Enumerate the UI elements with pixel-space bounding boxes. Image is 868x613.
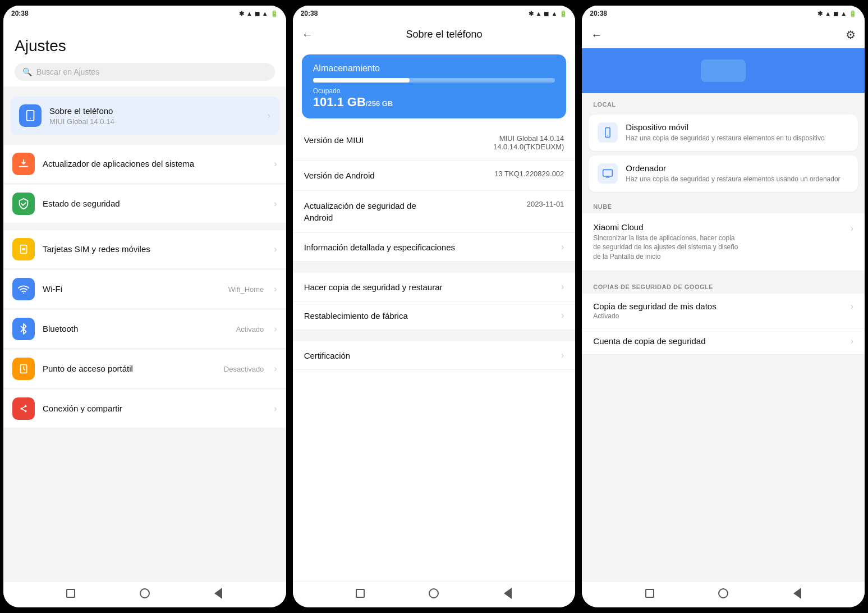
bluetooth-value: Activado <box>236 325 264 333</box>
search-bar[interactable]: 🔍 Buscar en Ajustes <box>15 63 275 81</box>
backup-mobile-device[interactable]: Dispositivo móvil Haz una copia de segur… <box>589 115 858 151</box>
nav-bar-2 <box>293 581 576 607</box>
settings-item-bluetooth[interactable]: Bluetooth Activado › <box>3 310 286 349</box>
storage-used-size: 101.1 GB/256 GB <box>313 95 393 109</box>
storage-used-label: Ocupado <box>313 87 555 95</box>
info-android-version: Versión de Android 13 TKQ1.220829.002 <box>293 161 576 191</box>
chevron-icon: › <box>274 324 277 334</box>
google-backup-sub: Activado <box>593 312 850 320</box>
chevron-icon: › <box>274 244 277 254</box>
signal2-icon: ◼ <box>255 10 260 17</box>
chevron-icon: › <box>561 282 564 292</box>
status-icons-2: ✱ ▲ ◼ ▲ 🔋 <box>529 10 568 17</box>
status-icons-3: ✱ ▲ ◼ ▲ 🔋 <box>818 10 857 17</box>
certification-link[interactable]: Certificación › <box>293 341 576 370</box>
time-2: 20:38 <box>301 10 318 17</box>
hotspot-icon <box>12 358 35 380</box>
security-update-value: 2023-11-01 <box>527 200 564 208</box>
wifi-label: Wi-Fi <box>43 283 221 295</box>
section-google-label: COPIAS DE SEGURIDAD DE GOOGLE <box>582 276 865 294</box>
svg-point-4 <box>23 292 24 294</box>
settings-header: Ajustes 🔍 Buscar en Ajustes <box>3 21 286 86</box>
backup-computer[interactable]: Ordenador Haz una copia de seguridad y r… <box>589 155 858 192</box>
wifi-icon: ▲ <box>841 10 847 17</box>
mobile-device-icon <box>598 122 618 143</box>
nav-square-1[interactable] <box>65 587 77 600</box>
phone1: 20:38 ✱ ▲ ◼ ▲ 🔋 Ajustes 🔍 Buscar en Ajus… <box>3 6 286 607</box>
svg-rect-0 <box>27 111 34 121</box>
chevron-icon: › <box>561 350 564 360</box>
nav-bar-3 <box>582 581 865 607</box>
backup-content: LOCAL Dispositivo móvil Haz una copia de… <box>582 93 865 581</box>
settings-item-security[interactable]: Estado de seguridad › <box>3 185 286 223</box>
settings-item-sim[interactable]: Tarjetas SIM y redes móviles › <box>3 230 286 269</box>
nav-square-3[interactable] <box>644 587 656 600</box>
google-account-text: Cuenta de copia de seguridad <box>593 336 850 346</box>
miui-version-label: Versión de MIUI <box>304 134 364 146</box>
hotspot-text: Punto de acceso portátil <box>43 363 216 374</box>
nav-circle-2[interactable] <box>428 587 440 600</box>
nav-square-2[interactable] <box>354 587 366 600</box>
factory-reset-link[interactable]: Restablecimiento de fábrica › <box>293 301 576 330</box>
google-account-title: Cuenta de copia de seguridad <box>593 336 850 346</box>
section-local-label: LOCAL <box>582 93 865 111</box>
xiaomi-cloud-title: Xiaomi Cloud <box>593 222 850 232</box>
storage-bar <box>313 78 555 83</box>
settings-item-hotspot[interactable]: Punto de acceso portátil Desactivado › <box>3 350 286 388</box>
settings-item-sharing[interactable]: Conexión y compartir › <box>3 390 286 428</box>
bluetooth-label: Bluetooth <box>43 323 228 335</box>
svg-line-10 <box>22 409 25 411</box>
bluetooth-icon: ✱ <box>529 10 534 17</box>
chevron-icon: › <box>274 159 277 169</box>
bluetooth-text: Bluetooth <box>43 323 228 335</box>
svg-point-12 <box>608 135 609 136</box>
chevron-icon: › <box>274 199 277 209</box>
mobile-device-desc: Haz una copia de seguridad y restaura el… <box>626 134 849 143</box>
nav-back-1[interactable] <box>212 587 224 600</box>
hotspot-value: Desactivado <box>224 365 264 373</box>
wifi-text: Wi-Fi <box>43 283 221 295</box>
time-3: 20:38 <box>590 10 607 17</box>
computer-desc: Haz una copia de seguridad y restaura el… <box>626 175 849 184</box>
info-detailed-specs[interactable]: Información detallada y especificaciones… <box>293 233 576 262</box>
gear-icon[interactable]: ⚙ <box>846 28 856 42</box>
xiaomi-cloud-text: Xiaomi Cloud Sincronizar la lista de apl… <box>593 222 850 262</box>
chevron-icon: › <box>274 404 277 414</box>
chevron-icon: › <box>267 111 270 121</box>
about-phone-icon <box>19 104 42 127</box>
nav-back-2[interactable] <box>502 587 514 600</box>
miui-version-value: MIUI Global 14.0.1414.0.14.0(TKDEUXM) <box>493 134 564 151</box>
chevron-icon: › <box>851 223 853 234</box>
google-backup-item[interactable]: Copia de seguridad de mis datos Activado… <box>582 294 865 328</box>
search-placeholder: Buscar en Ajustes <box>36 67 99 76</box>
certification-label: Certificación <box>304 351 351 360</box>
sharing-label: Conexión y compartir <box>43 403 266 414</box>
security-icon <box>12 193 35 215</box>
backup-restore-label: Hacer copia de seguridad y restaurar <box>304 282 443 292</box>
storage-title: Almacenamiento <box>313 63 555 74</box>
chevron-icon: › <box>274 364 277 374</box>
about-phone-title: Sobre el teléfono <box>322 29 567 40</box>
signal2-icon: ◼ <box>833 10 838 17</box>
nav-bar-1 <box>3 581 286 607</box>
info-miui-version: Versión de MIUI MIUI Global 14.0.1414.0.… <box>293 125 576 161</box>
settings-item-wifi[interactable]: Wi-Fi Wifi_Home › <box>3 270 286 309</box>
backup-restore-link[interactable]: Hacer copia de seguridad y restaurar › <box>293 273 576 301</box>
info-list: Versión de MIUI MIUI Global 14.0.1414.0.… <box>293 125 576 581</box>
wifi-icon: ▲ <box>262 10 268 17</box>
banner-shape <box>701 60 746 82</box>
detailed-specs-label: Información detallada y especificaciones <box>304 243 455 252</box>
back-button-2[interactable]: ← <box>302 28 313 41</box>
nav-back-3[interactable] <box>791 587 803 600</box>
settings-item-updater[interactable]: Actualizador de aplicaciones del sistema… <box>3 145 286 184</box>
sharing-icon <box>12 397 35 420</box>
xiaomi-cloud-item[interactable]: Xiaomi Cloud Sincronizar la lista de apl… <box>582 213 865 271</box>
search-icon: 🔍 <box>22 67 32 76</box>
nav-circle-3[interactable] <box>717 587 729 600</box>
google-account-item[interactable]: Cuenta de copia de seguridad › <box>582 328 865 355</box>
status-bar-1: 20:38 ✱ ▲ ◼ ▲ 🔋 <box>3 6 286 21</box>
settings-item-about[interactable]: Sobre el teléfono MIUI Global 14.0.14 › <box>10 97 279 135</box>
nav-circle-1[interactable] <box>139 587 151 600</box>
battery-icon: 🔋 <box>849 10 857 17</box>
back-button-3[interactable]: ← <box>591 29 602 42</box>
